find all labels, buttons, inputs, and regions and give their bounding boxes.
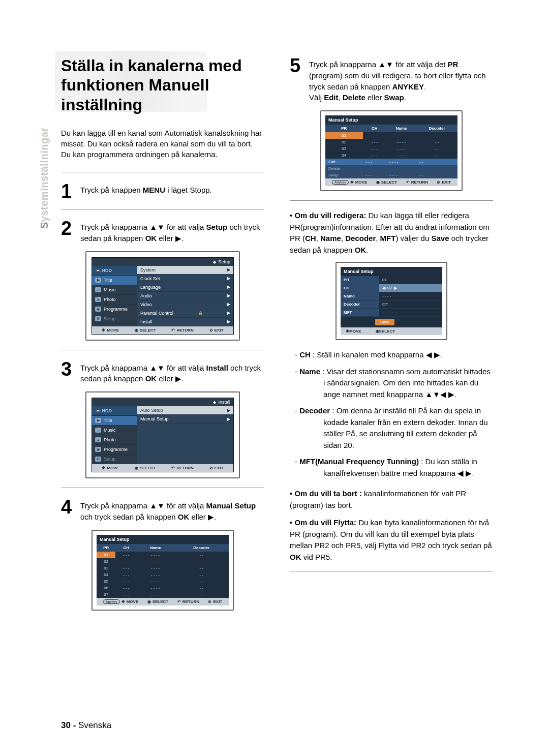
chevron-right-icon: ▶ [227,293,230,298]
table-row[interactable]: 02- - -- - - -- - [97,558,229,565]
table-row[interactable]: 01- - -- - - -- - [325,132,458,139]
title-icon: ▶ [95,278,101,283]
table-row[interactable]: 04- - -- - - -- - [97,571,229,578]
menu-item-audio[interactable]: Audio▶ [137,292,233,300]
save-button[interactable]: Save [375,319,394,325]
menu-item-system[interactable]: System▶ [137,266,233,275]
field-mft[interactable]: MFT- - - - - - [341,309,442,317]
def-ch: - CH : Ställ in kanalen med knapparna ◀ … [295,349,493,361]
menu-item-parental[interactable]: Parental Control🔒▶ [137,309,233,318]
move-icon: ✥ [102,466,105,470]
anykey-button: Anykey [103,599,120,604]
chevron-right-icon: ▶ [394,286,397,290]
select-icon: ◉ [147,599,151,604]
intro-paragraph: Du kan lägga till en kanal som Automatis… [61,128,264,160]
popup-option-edit[interactable]: Edit- - -- - - -- - [325,159,458,165]
field-pr: PR01 [341,276,442,284]
menu-item-install[interactable]: Install▶ [137,318,233,326]
osd-main: System▶ Clock Set▶ Language▶ Audio▶ Vide… [137,266,233,326]
menu-item-clockset[interactable]: Clock Set▶ [137,275,233,283]
music-icon: ♪ [95,287,101,292]
menu-item-language[interactable]: Language▶ [137,283,233,292]
return-icon: ↶ [406,180,410,185]
table-row[interactable]: 06- - -- - - -- - [97,585,229,591]
osd-sidebar-header: 📼 HDD [92,266,137,276]
programme-icon: ◉ [95,307,101,312]
bullet-delete: • Om du vill ta bort : kanalinformatione… [290,488,493,511]
exit-icon: ⊘ [209,328,213,332]
divider [61,350,264,350]
osd-sidebar: 📼 HDD ▶Title ♪Music ▲Photo ◉Programme ⚙S… [92,406,137,464]
table-header: PRCHNameDecoder [325,125,458,132]
panel-footer: Anykey✥MOVE ◉SELECT ↶RETURN ⊘EXIT [97,598,229,606]
sidebar-item-title[interactable]: ▶Title [92,416,137,426]
section-tab-accent: S [39,222,50,229]
step-body: Tryck på knapparna ▲▼ för att välja det … [309,56,493,103]
left-column: Ställa in kanalerna med funktionen Manue… [61,56,264,629]
sidebar-item-setup[interactable]: ⚙Setup [92,314,137,324]
table-row[interactable]: 03- - -- - - -- - [97,565,229,571]
sidebar-item-music[interactable]: ♪Music [92,285,137,295]
table-row[interactable]: 03- - -- - - -- - [325,145,458,152]
divider [290,571,493,571]
lock-icon: 🔒 [198,311,203,315]
table-header: PRCHNameDecoder [97,544,229,552]
osd-main: Auto Setup▶ Manual Setup▶ [137,406,233,464]
field-name[interactable]: Name- - - - [341,292,442,300]
table-row[interactable]: 02- - -- - - -- - [325,139,458,145]
osd-sidebar: 📼 HDD ▶Title ♪Music ▲Photo ◉Programme ⚙S… [92,266,137,326]
channel-table: PRCHNameDecoder 01- - -- - - -- - 02- - … [97,544,229,598]
osd-breadcrumb: ◆Setup [92,258,233,266]
sidebar-item-photo[interactable]: ▲Photo [92,435,137,445]
sidebar-item-music[interactable]: ♪Music [92,426,137,435]
setup-icon: ⚙ [95,457,101,462]
sidebar-item-programme[interactable]: ◉Programme [92,445,137,455]
exit-icon: ⊘ [437,180,440,185]
step-number: 1 [61,182,75,201]
popup-option-delete[interactable]: Delete- - -- - - -- - [325,165,458,172]
bullet-edit: • Om du vill redigera: Du kan lägga till… [290,210,493,256]
sidebar-item-setup[interactable]: ⚙Setup [92,455,137,464]
panel-title: Manual Setup [325,115,458,125]
sidebar-item-title[interactable]: ▶Title [92,276,137,285]
table-row[interactable]: 05- - -- - - -- - [97,578,229,585]
channel-table: PRCHNameDecoder 01- - -- - - -- - 02- - … [325,125,458,178]
field-ch[interactable]: CH◀02▶ [341,284,442,292]
step-number: 4 [61,497,75,523]
sidebar-item-programme[interactable]: ◉Programme [92,305,137,314]
select-icon: ◉ [376,329,379,334]
step-body: Tryck på knappen MENU i läget Stopp. [80,182,212,201]
field-decoder[interactable]: DecoderOff [341,300,442,309]
menu-item-manual-setup[interactable]: Manual Setup▶ [137,415,233,424]
step-body: Tryck på knapparna ▲▼ för att välja Inst… [80,359,264,385]
panel-footer: Anykey✥MOVE ◉SELECT ↶RETURN ⊘EXIT [325,178,458,186]
step-3: 3 Tryck på knapparna ▲▼ för att välja In… [61,359,264,385]
osd-footer: ✥MOVE ◉SELECT ↶RETURN ⊘EXIT [92,464,233,472]
menu-item-auto-setup[interactable]: Auto Setup▶ [137,406,233,415]
table-row[interactable]: 01- - -- - - -- - [97,552,229,558]
osd-setup-panel: ◆Setup 📼 HDD ▶Title ♪Music ▲Photo ◉Progr… [85,251,240,341]
osd-sidebar-header: 📼 HDD [92,406,137,416]
panel-title: Manual Setup [97,535,229,544]
popup-option-swap[interactable]: Swap- - -- - - -- - [325,172,458,178]
table-row[interactable]: 04- - -- - - -- - [325,152,458,159]
setup-icon: ⚙ [95,316,101,321]
return-icon: ↶ [171,466,175,470]
step-4: 4 Tryck på knapparna ▲▼ för att välja Ma… [61,497,264,523]
osd-breadcrumb: ◆Install [92,398,233,406]
page-footer: 30 - Svenska [61,720,111,731]
chevron-right-icon: ▶ [227,267,230,272]
chevron-right-icon: ▶ [227,285,230,289]
section-tab-rest: ysteminställningar [39,127,50,222]
step-5: 5 Tryck på knapparna ▲▼ för att välja de… [290,56,493,103]
def-name: - Name : Visar det stationsnamn som auto… [295,366,493,401]
return-icon: ↶ [177,599,181,604]
select-icon: ◉ [135,466,138,470]
programme-icon: ◉ [95,447,101,452]
def-mft: - MFT(Manual Frequency Tunning) : Du kan… [295,456,493,479]
chevron-right-icon: ▶ [227,276,230,281]
menu-item-video[interactable]: Video▶ [137,300,233,309]
sidebar-item-photo[interactable]: ▲Photo [92,295,137,305]
field-definitions: - CH : Ställ in kanalen med knapparna ◀ … [295,349,493,479]
table-row[interactable]: 07- - -- - - -- - [97,591,229,598]
